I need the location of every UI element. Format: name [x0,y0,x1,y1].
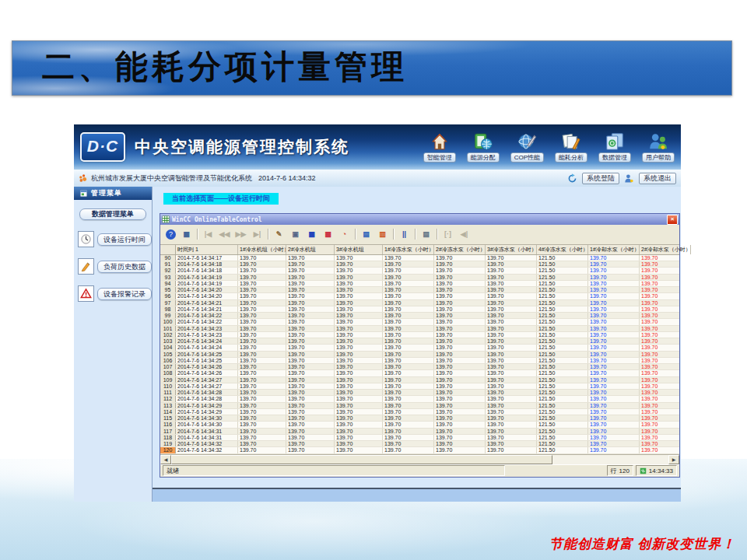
cell-value: 139.70 [486,390,537,395]
column-header-7[interactable]: 3#冷冻水泵（小时） [486,245,537,254]
cell-value: 139.70 [434,300,486,306]
table-row-114[interactable]: 1142014-7-6 14:34:29139.70139.70139.7013… [160,409,679,415]
table-row-95[interactable]: 952014-7-6 14:34:20139.70139.70139.70139… [160,287,679,293]
app-title: 中央空调能源管理控制系统 [135,136,349,158]
table-row-108[interactable]: 1082014-7-6 14:34:26139.70139.70139.7013… [160,370,679,376]
cell-value: 139.70 [383,435,434,440]
column-forward-icon[interactable]: ▥ [375,227,390,242]
table-row-111[interactable]: 1112014-7-6 14:34:28139.70139.70139.7013… [160,390,679,396]
pause-icon[interactable]: || [397,227,412,242]
table-row-107[interactable]: 1072014-7-6 14:34:26139.70139.70139.7013… [160,364,679,370]
cell-value: 139.70 [335,435,383,440]
cell-value: 139.70 [383,370,434,376]
cell-time: 2014-7-6 14:34:32 [176,441,238,446]
table-row-102[interactable]: 1022014-7-6 14:34:23139.70139.70139.7013… [160,332,679,338]
table-row-116[interactable]: 1162014-7-6 14:34:30139.70139.70139.7013… [160,422,679,428]
nav-item-1[interactable]: 智能管理 [423,131,456,163]
table-row-112[interactable]: 1122014-7-6 14:34:28139.70139.70139.7013… [160,396,679,402]
grid-icon[interactable]: ▦ [304,227,319,242]
column-header-9[interactable]: 1#冷却水泵（小时） [588,245,640,254]
edit-pen-icon[interactable]: ✎ [272,227,286,242]
table-row-109[interactable]: 1092014-7-6 14:34:27139.70139.70139.7013… [160,377,679,383]
scroll-left-icon[interactable]: ◀ [160,455,171,464]
column-back-icon[interactable]: ▤ [359,227,374,242]
sidebar-submenu-title[interactable]: 数据管理菜单 [79,208,146,220]
table-row-99[interactable]: 992014-7-6 14:34:22139.70139.70139.70139… [160,313,679,319]
table-row-113[interactable]: 1132014-7-6 14:34:29139.70139.70139.7013… [160,403,679,409]
scrollbar-thumb[interactable] [171,455,552,464]
table-row-103[interactable]: 1032014-7-6 14:34:24139.70139.70139.7013… [160,338,679,345]
cell-value: 139.70 [383,332,434,338]
system-logout-button[interactable]: 系统退出 [639,173,676,184]
cell-value: 121.50 [537,326,588,331]
table-row-98[interactable]: 982014-7-6 14:34:21139.70139.70139.70139… [160,306,679,313]
column-header-2[interactable]: 1#冷水机组（小时） [238,245,286,254]
table-row-105[interactable]: 1052014-7-6 14:34:25139.70139.70139.7013… [160,352,679,358]
table-row-115[interactable]: 1152014-7-6 14:34:30139.70139.70139.7013… [160,415,679,422]
row-number: 119 [160,441,176,446]
select-data-icon[interactable]: ▦ [179,227,194,242]
table-row-93[interactable]: 932014-7-6 14:34:19139.70139.70139.70139… [160,275,679,281]
close-icon[interactable]: × [667,215,678,225]
scroll-right-icon[interactable]: ▶ [668,455,679,464]
column-header-6[interactable]: 2#冷冻水泵（小时） [434,245,486,254]
table-row-90[interactable]: 902014-7-6 14:34:17139.70139.70139.70139… [160,255,679,261]
column-header-4[interactable]: 3#冷水机组 [335,245,383,254]
nav-item-6[interactable]: 用户帮助 [642,131,675,163]
table-row-94[interactable]: 942014-7-6 14:34:19139.70139.70139.70139… [160,281,679,287]
row-number: 94 [160,281,176,286]
cell-value: 139.70 [486,422,537,427]
cell-value: 121.50 [537,255,588,261]
column-header-3[interactable]: 2#冷水机组 [286,245,335,254]
cell-value: 139.70 [434,313,486,318]
table-row-91[interactable]: 912014-7-6 14:34:18139.70139.70139.70139… [160,261,679,268]
table-row-118[interactable]: 1182014-7-6 14:34:31139.70139.70139.7013… [160,435,679,441]
cell-time: 2014-7-6 14:34:31 [176,435,238,440]
time-range-icon[interactable]: ◔ [337,227,352,242]
archive-icon[interactable]: ▩ [321,227,335,242]
table-row-100[interactable]: 1002014-7-6 14:34:22139.70139.70139.7013… [160,319,679,325]
table-row-110[interactable]: 1102014-7-6 14:34:27139.70139.70139.7013… [160,383,679,390]
table-row-92[interactable]: 922014-7-6 14:34:18139.70139.70139.70139… [160,268,679,274]
table-row-104[interactable]: 1042014-7-6 14:34:24139.70139.70139.7013… [160,345,679,351]
copy-icon[interactable]: ▣ [288,227,303,242]
column-header-8[interactable]: 4#冷冻水泵（小时） [537,245,588,254]
table-row-96[interactable]: 962014-7-6 14:34:20139.70139.70139.70139… [160,293,679,299]
sidebar-item-1[interactable]: 设备运行时间 [78,231,152,247]
toolbar-separator [415,229,416,240]
nav-item-4[interactable]: 能耗分析 [555,131,587,163]
sidebar-header-label: 管理菜单 [91,188,122,198]
cell-value: 139.70 [238,409,286,415]
sidebar-item-2[interactable]: 负荷历史数据 [78,258,152,275]
column-header-10[interactable]: 2#冷却水泵（小时） [640,245,691,254]
horizontal-scrollbar[interactable]: ◀ ▶ [160,454,679,464]
sidebar-item-3[interactable]: 设备报警记录 [78,285,152,302]
row-number: 118 [160,435,176,440]
table-row-101[interactable]: 1012014-7-6 14:34:23139.70139.70139.7013… [160,326,679,332]
scrollbar-track[interactable] [552,455,668,464]
cell-value: 139.70 [238,300,286,306]
table-row-117[interactable]: 1172014-7-6 14:34:31139.70139.70139.7013… [160,429,679,435]
cell-value: 139.70 [640,313,679,318]
cell-value: 139.70 [335,396,383,401]
table-row-120[interactable]: 1202014-7-6 14:34:32139.70139.70139.7013… [160,447,679,453]
table-row-119[interactable]: 1192014-7-6 14:34:32139.70139.70139.7013… [160,441,679,447]
column-header-5[interactable]: 1#冷冻水泵（小时） [383,245,434,254]
help-icon[interactable]: ? [166,229,176,240]
system-login-button[interactable]: 系统登陆 [582,173,619,184]
nav-item-5[interactable]: 数据管理 [598,131,631,163]
cell-time: 2014-7-6 14:34:26 [176,370,238,376]
row-number: 107 [160,364,176,369]
paw-icon [78,173,88,184]
select-range-icon: [·] [440,227,455,242]
column-header-1[interactable]: 时间列 1 [176,245,238,254]
table-row-97[interactable]: 972014-7-6 14:34:21139.70139.70139.70139… [160,300,679,306]
row-number: 108 [160,370,176,376]
cell-value: 139.70 [588,332,640,338]
cell-value: 139.70 [640,287,679,292]
print-icon[interactable]: ▤ [419,227,433,242]
prev-record-icon: ◀◀ [217,227,232,242]
nav-item-3[interactable]: COP性能 [510,131,544,163]
table-row-106[interactable]: 1062014-7-6 14:34:25139.70139.70139.7013… [160,358,679,364]
nav-item-2[interactable]: 能源分配 [467,131,500,163]
